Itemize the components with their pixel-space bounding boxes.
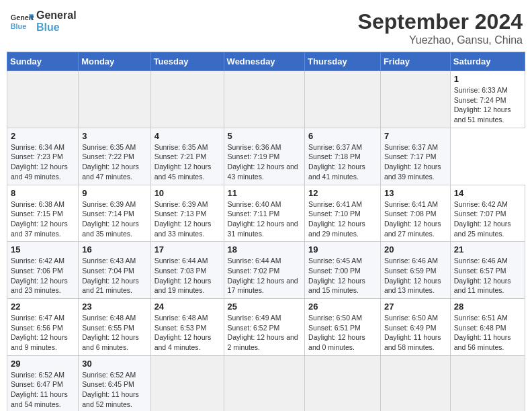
day-info: Sunrise: 6:36 AMSunset: 7:19 PMDaylight:… [228, 142, 302, 182]
logo-icon: General Blue [9, 9, 34, 34]
day-cell-6: 6Sunrise: 6:37 AMSunset: 7:18 PMDaylight… [305, 128, 381, 185]
day-cell-2: 2Sunrise: 6:34 AMSunset: 7:23 PMDaylight… [7, 128, 79, 185]
day-info: Sunrise: 6:35 AMSunset: 7:21 PMDaylight:… [154, 142, 220, 182]
empty-cell [79, 71, 150, 128]
empty-cell [380, 355, 450, 411]
day-cell-13: 13Sunrise: 6:41 AMSunset: 7:08 PMDayligh… [380, 185, 450, 242]
day-cell-4: 4Sunrise: 6:35 AMSunset: 7:21 PMDaylight… [150, 128, 224, 185]
empty-cell [7, 71, 79, 128]
day-cell-18: 18Sunrise: 6:44 AMSunset: 7:02 PMDayligh… [224, 242, 305, 299]
day-cell-28: 28Sunrise: 6:51 AMSunset: 6:48 PMDayligh… [450, 299, 525, 356]
day-info: Sunrise: 6:44 AMSunset: 7:02 PMDaylight:… [228, 256, 302, 295]
day-info: Sunrise: 6:52 AMSunset: 6:47 PMDaylight:… [11, 370, 75, 410]
empty-cell [450, 355, 525, 411]
day-info: Sunrise: 6:42 AMSunset: 7:07 PMDaylight:… [454, 199, 521, 239]
month-title: September 2024 [358, 9, 523, 34]
day-cell-5: 5Sunrise: 6:36 AMSunset: 7:19 PMDaylight… [224, 128, 305, 185]
day-number: 13 [384, 188, 447, 198]
week-row-6: 29Sunrise: 6:52 AMSunset: 6:47 PMDayligh… [7, 355, 525, 411]
day-cell-24: 24Sunrise: 6:48 AMSunset: 6:53 PMDayligh… [150, 299, 224, 356]
day-number: 16 [82, 244, 146, 255]
day-info: Sunrise: 6:48 AMSunset: 6:55 PMDaylight:… [82, 313, 146, 353]
day-cell-22: 22Sunrise: 6:47 AMSunset: 6:56 PMDayligh… [7, 299, 79, 356]
title-section: September 2024 Yuezhao, Gansu, China [358, 9, 523, 46]
day-info: Sunrise: 6:35 AMSunset: 7:22 PMDaylight:… [82, 142, 146, 182]
day-info: Sunrise: 6:33 AMSunset: 7:24 PMDaylight:… [454, 85, 521, 125]
day-cell-21: 21Sunrise: 6:46 AMSunset: 6:57 PMDayligh… [450, 242, 525, 299]
day-info: Sunrise: 6:40 AMSunset: 7:11 PMDaylight:… [228, 199, 302, 239]
day-info: Sunrise: 6:37 AMSunset: 7:18 PMDaylight:… [308, 142, 377, 182]
day-cell-11: 11Sunrise: 6:40 AMSunset: 7:11 PMDayligh… [224, 185, 305, 242]
day-header-friday: Friday [380, 52, 450, 71]
day-number: 6 [308, 131, 377, 141]
day-number: 10 [154, 188, 220, 198]
day-number: 5 [228, 131, 302, 141]
day-number: 20 [384, 244, 447, 255]
day-info: Sunrise: 6:44 AMSunset: 7:03 PMDaylight:… [154, 256, 220, 295]
day-cell-25: 25Sunrise: 6:49 AMSunset: 6:52 PMDayligh… [224, 299, 305, 356]
day-number: 27 [384, 302, 447, 312]
day-number: 9 [82, 188, 146, 198]
day-number: 4 [154, 131, 220, 141]
day-number: 24 [154, 302, 220, 312]
header-row: SundayMondayTuesdayWednesdayThursdayFrid… [7, 52, 525, 71]
day-header-saturday: Saturday [450, 52, 525, 71]
day-header-tuesday: Tuesday [150, 52, 224, 71]
day-cell-9: 9Sunrise: 6:39 AMSunset: 7:14 PMDaylight… [79, 185, 150, 242]
day-info: Sunrise: 6:51 AMSunset: 6:48 PMDaylight:… [454, 313, 521, 353]
day-cell-16: 16Sunrise: 6:43 AMSunset: 7:04 PMDayligh… [79, 242, 150, 299]
day-number: 30 [82, 359, 146, 369]
day-info: Sunrise: 6:50 AMSunset: 6:51 PMDaylight:… [308, 313, 377, 353]
day-info: Sunrise: 6:49 AMSunset: 6:52 PMDaylight:… [228, 313, 302, 353]
day-cell-23: 23Sunrise: 6:48 AMSunset: 6:55 PMDayligh… [79, 299, 150, 356]
day-info: Sunrise: 6:47 AMSunset: 6:56 PMDaylight:… [11, 313, 75, 353]
day-cell-3: 3Sunrise: 6:35 AMSunset: 7:22 PMDaylight… [79, 128, 150, 185]
day-info: Sunrise: 6:52 AMSunset: 6:45 PMDaylight:… [82, 370, 146, 410]
day-header-wednesday: Wednesday [224, 52, 305, 71]
day-number: 1 [454, 74, 521, 84]
day-info: Sunrise: 6:42 AMSunset: 7:06 PMDaylight:… [11, 256, 75, 295]
empty-cell [150, 71, 224, 128]
day-cell-8: 8Sunrise: 6:38 AMSunset: 7:15 PMDaylight… [7, 185, 79, 242]
week-row-2: 2Sunrise: 6:34 AMSunset: 7:23 PMDaylight… [7, 128, 525, 185]
empty-cell [305, 71, 381, 128]
day-header-sunday: Sunday [7, 52, 79, 71]
day-cell-7: 7Sunrise: 6:37 AMSunset: 7:17 PMDaylight… [380, 128, 450, 185]
empty-cell [224, 71, 305, 128]
week-row-3: 8Sunrise: 6:38 AMSunset: 7:15 PMDaylight… [7, 185, 525, 242]
location-title: Yuezhao, Gansu, China [358, 34, 523, 46]
day-info: Sunrise: 6:39 AMSunset: 7:13 PMDaylight:… [154, 199, 220, 239]
day-number: 18 [228, 244, 302, 255]
day-cell-15: 15Sunrise: 6:42 AMSunset: 7:06 PMDayligh… [7, 242, 79, 299]
day-cell-12: 12Sunrise: 6:41 AMSunset: 7:10 PMDayligh… [305, 185, 381, 242]
day-number: 23 [82, 302, 146, 312]
day-info: Sunrise: 6:38 AMSunset: 7:15 PMDaylight:… [11, 199, 75, 239]
day-info: Sunrise: 6:46 AMSunset: 6:57 PMDaylight:… [454, 256, 521, 295]
day-number: 2 [11, 131, 75, 141]
empty-cell [150, 355, 224, 411]
day-number: 14 [454, 188, 521, 198]
day-cell-20: 20Sunrise: 6:46 AMSunset: 6:59 PMDayligh… [380, 242, 450, 299]
day-number: 29 [11, 359, 75, 369]
day-info: Sunrise: 6:45 AMSunset: 7:00 PMDaylight:… [308, 256, 377, 295]
day-cell-27: 27Sunrise: 6:50 AMSunset: 6:49 PMDayligh… [380, 299, 450, 356]
empty-cell [305, 355, 381, 411]
day-info: Sunrise: 6:43 AMSunset: 7:04 PMDaylight:… [82, 256, 146, 295]
day-number: 22 [11, 302, 75, 312]
week-row-1: 1Sunrise: 6:33 AMSunset: 7:24 PMDaylight… [7, 71, 525, 128]
day-number: 19 [308, 244, 377, 255]
day-number: 21 [454, 244, 521, 255]
day-number: 8 [11, 188, 75, 198]
calendar-table: SundayMondayTuesdayWednesdayThursdayFrid… [7, 52, 525, 411]
day-number: 28 [454, 302, 521, 312]
day-number: 3 [82, 131, 146, 141]
day-number: 11 [228, 188, 302, 198]
day-header-monday: Monday [79, 52, 150, 71]
day-cell-10: 10Sunrise: 6:39 AMSunset: 7:13 PMDayligh… [150, 185, 224, 242]
day-cell-14: 14Sunrise: 6:42 AMSunset: 7:07 PMDayligh… [450, 185, 525, 242]
day-info: Sunrise: 6:48 AMSunset: 6:53 PMDaylight:… [154, 313, 220, 353]
day-number: 17 [154, 244, 220, 255]
day-number: 12 [308, 188, 377, 198]
day-info: Sunrise: 6:41 AMSunset: 7:10 PMDaylight:… [308, 199, 377, 239]
header: General Blue General Blue September 2024… [7, 7, 525, 46]
